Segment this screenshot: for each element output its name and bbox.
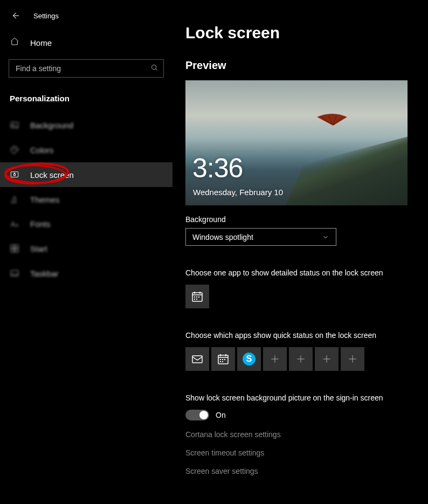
sidebar-item-label: Themes [30,195,59,204]
quick-status-add-slot[interactable] [263,347,287,371]
preview-date: Wednesday, February 10 [193,188,283,197]
arrow-left-icon [11,11,20,20]
signin-bg-toggle-row: On [185,410,415,420]
home-icon [10,37,19,49]
quick-status-add-slot[interactable] [315,347,339,371]
sidebar-section-label: Personalization [0,78,172,113]
lock-screen-icon [10,170,19,179]
search-wrap [0,59,172,78]
quick-status-description: Choose which apps show quick status on t… [185,331,415,340]
sidebar-home[interactable]: Home [0,31,172,54]
svg-rect-16 [194,296,195,298]
page-title: Lock screen [185,24,415,42]
background-dropdown-value: Windows spotlight [192,233,253,241]
preview-time: 3:36 [192,153,243,184]
quick-status-app-calendar[interactable] [211,347,235,371]
svg-text:S: S [246,354,252,363]
chevron-down-icon [322,233,329,241]
search-input[interactable] [9,59,164,78]
start-icon [10,244,19,253]
themes-icon [10,195,19,204]
preview-landscape [285,136,408,205]
plus-icon [295,354,306,364]
svg-rect-27 [222,361,223,362]
link-screen-saver[interactable]: Screen saver settings [185,467,415,475]
svg-rect-20 [196,299,197,300]
sidebar-item-label: Taskbar [30,269,59,278]
sidebar-item-themes[interactable]: Themes [0,187,172,212]
preview-heading: Preview [185,59,415,72]
toggle-knob [199,411,208,419]
sidebar-item-fonts[interactable]: Fonts [0,212,172,236]
quick-status-add-slot[interactable] [341,347,364,371]
search-icon [150,64,158,74]
svg-rect-19 [194,299,195,300]
sidebar-item-label: Fonts [30,219,51,229]
lock-screen-preview: 3:36 Wednesday, February 10 [185,80,408,205]
sidebar-item-lock-screen[interactable]: Lock screen [0,162,172,187]
sidebar-item-label: Background [30,121,73,130]
quick-status-app-mail[interactable] [185,347,209,371]
svg-rect-24 [222,359,223,360]
svg-rect-8 [11,245,14,248]
svg-rect-25 [224,359,225,360]
mail-icon [191,353,204,365]
svg-rect-9 [15,245,18,248]
svg-point-5 [16,149,17,150]
svg-rect-7 [14,174,16,176]
signin-bg-description: Show lock screen background picture on t… [185,393,415,402]
back-button[interactable] [10,10,22,22]
detailed-status-description: Choose one app to show detailed status o… [185,268,415,277]
svg-point-4 [14,148,15,149]
main-content: Lock screen Preview 3:36 Wednesday, Febr… [172,0,428,504]
palette-icon [10,145,19,155]
link-screen-timeout[interactable]: Screen timeout settings [185,448,415,457]
taskbar-icon [10,268,19,278]
sidebar: Settings Home Personalization Background… [0,0,172,504]
svg-rect-18 [198,296,199,298]
background-label: Background [185,215,415,224]
svg-rect-10 [11,249,14,252]
quick-status-add-slot[interactable] [289,347,313,371]
plus-icon [321,354,332,364]
paraglider-icon [316,113,348,128]
svg-rect-17 [196,296,197,298]
svg-rect-21 [192,356,202,363]
plus-icon [270,354,280,364]
sidebar-item-colors[interactable]: Colors [0,137,172,162]
window-title: Settings [33,12,59,20]
fonts-icon [10,220,19,229]
sidebar-item-start[interactable]: Start [0,236,172,261]
sidebar-home-label: Home [30,38,52,47]
sidebar-item-taskbar[interactable]: Taskbar [0,261,172,286]
sidebar-item-label: Lock screen [30,170,74,179]
signin-bg-toggle[interactable] [185,410,209,420]
quick-status-row: S [185,347,415,371]
sidebar-item-label: Colors [30,146,53,155]
svg-rect-12 [11,271,18,277]
sidebar-item-background[interactable]: Background [0,113,172,137]
svg-rect-11 [15,249,18,252]
quick-status-app-skype[interactable]: S [237,347,261,371]
picture-icon [10,120,19,130]
sidebar-item-label: Start [30,244,47,253]
svg-point-3 [12,149,13,150]
detailed-status-app[interactable] [185,285,209,308]
calendar-icon [217,353,230,365]
svg-rect-23 [220,359,221,360]
svg-rect-26 [220,361,221,362]
svg-point-2 [13,124,14,125]
titlebar: Settings [0,6,172,31]
svg-point-0 [152,65,156,70]
signin-bg-toggle-label: On [216,411,226,419]
link-cortana-settings[interactable]: Cortana lock screen settings [185,430,415,439]
background-dropdown[interactable]: Windows spotlight [185,228,336,246]
calendar-icon [191,290,204,303]
plus-icon [347,354,358,364]
skype-icon: S [242,352,256,366]
detailed-status-row [185,285,415,308]
